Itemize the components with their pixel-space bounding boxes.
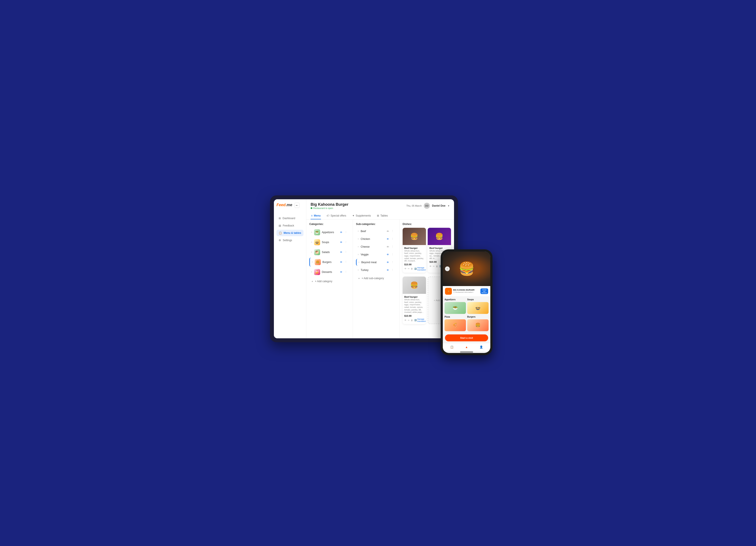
visibility-icon[interactable]: 👁 [339,270,343,274]
visibility-icon[interactable]: 👁 [339,260,343,264]
tab-special-offers[interactable]: 🏷 Special offers [326,213,347,219]
visibility-icon[interactable]: 👁 [339,240,343,244]
sidebar-item-feedback[interactable]: ▤ Feedback [276,223,303,229]
subcategory-beyond-meat[interactable]: ≡ Beyond meat 👁 ⋮ [356,259,396,266]
dish-description: Whole wheat bun, beef, onion, parsley, e… [404,250,424,262]
visibility-icon[interactable]: 👁 [339,231,343,234]
more-icon[interactable]: ⋮ [391,229,395,233]
subcategory-beef[interactable]: ≡ Beef 👁 ⋮ [356,228,396,235]
tablet-device: Feed.me ← ⊞ Dashboard ▤ Feedback 📋 Menu … [270,196,458,342]
visibility-icon[interactable]: 👁 [429,264,432,268]
categories-header: Categories: [309,223,350,226]
scene: Feed.me ← ⊞ Dashboard ▤ Feedback 📋 Menu … [270,196,486,351]
category-burgers[interactable]: ≡ 🍔 Burgers 👁 ⋮ [309,258,350,267]
tab-bar: ≡ Menu 🏷 Special offers ✦ Supplements [311,212,450,219]
translate-icon: 🔤 [414,319,417,321]
delete-icon[interactable]: 🗑 [436,264,438,268]
visibility-hidden-icon[interactable]: 👁 [386,245,390,249]
phone-categories-row-1: Appetizers 🥗 Soups 🍲 [445,298,489,314]
back-button[interactable]: ← [294,203,300,208]
phone-cat-image: 🥗 [445,302,466,314]
delete-icon[interactable]: 🗑 [411,267,413,271]
subcategory-chicken[interactable]: ≡ Chicken 👁 ⋮ [356,236,396,243]
category-actions: 👁 ⋮ [339,260,348,264]
start-visit-button[interactable]: Start a visit [445,334,488,341]
tab-tables[interactable]: ⊞ Tables [376,213,388,219]
tab-menu[interactable]: ≡ Menu [311,213,321,219]
burger-emoji: 🍔 [459,261,475,276]
translate-icon: 🔤 [414,268,417,270]
dish-name: Beef burger [404,295,424,298]
add-subcategory-button[interactable]: ＋ + Add sub-category [356,275,396,282]
more-icon[interactable]: ⋮ [344,240,348,244]
visibility-icon[interactable]: 👁 [386,253,390,257]
subcategory-turkey[interactable]: ≡ Turkey 👁 ⋮ [356,267,396,273]
visibility-icon[interactable]: 👁 [386,268,390,272]
category-appetizers[interactable]: ≡ 🥗 Appetizers 👁 ⋮ [309,228,350,237]
app-logo: Feed.me [276,203,292,207]
phone-device: 9:41 ▐▐▐ ▿ ▭ 🍔 ‹ 🍔 BIG KAH [441,250,492,355]
rating-badge: ★ 4.0 234 Reviews [480,288,488,294]
more-icon[interactable]: ⋮ [391,245,395,249]
edit-icon[interactable]: ✏ [408,318,410,322]
manage-translation-button[interactable]: 🔤 Manage translation [414,318,426,322]
edit-icon[interactable]: ✏ [408,267,410,271]
more-icon[interactable]: ⋮ [344,231,348,234]
delete-icon[interactable]: 🗑 [411,318,413,322]
more-icon[interactable]: ⋮ [391,237,395,241]
category-desserts[interactable]: ≡ 🍰 Desserts 👁 ⋮ [309,268,350,276]
category-salads[interactable]: ≡ 🥙 Salads 👁 ⋮ [309,248,350,257]
category-soups[interactable]: ≡ 🍲 Soups 👁 ⋮ [309,238,350,247]
plus-icon: ＋ [311,279,314,283]
visibility-icon[interactable]: 👁 [339,250,343,254]
status-text: Restaurant is open [313,207,333,210]
visibility-icon[interactable]: 👁 [404,267,407,271]
more-icon[interactable]: ⋮ [344,250,348,254]
more-icon[interactable]: ⋮ [344,270,348,274]
edit-icon[interactable]: ✏ [433,264,435,268]
tab-supplements[interactable]: ✦ Supplements [352,213,371,219]
phone-cat-appetizers[interactable]: Appetizers 🥗 [445,298,466,314]
category-actions: 👁 ⋮ [339,250,348,254]
restaurant-info-link[interactable]: ⓘ Restaurant information › [453,291,475,293]
manage-translation-button[interactable]: 🔤 Manage translation [414,267,426,271]
phone-cat-soups[interactable]: Soups 🍲 [467,298,489,314]
phone-cat-pizza[interactable]: Pizza 🍕 [445,315,466,331]
menu-tables-icon: 📋 [279,232,282,235]
chevron-down-icon[interactable]: ▼ [448,205,450,207]
add-category-button[interactable]: ＋ + Add category [309,278,350,285]
dish-info: Beef burger Whole wheat bun, beef, onion… [403,245,426,273]
more-icon[interactable]: ⋮ [391,253,395,257]
visibility-icon[interactable]: 👁 [404,318,407,322]
more-icon[interactable]: ⋮ [391,261,395,264]
sidebar-item-dashboard[interactable]: ⊞ Dashboard [276,215,303,222]
dish-card: 🍔 Beef burger Whole wheat bun, beef, oni… [403,276,426,324]
phone-nav-profile-icon[interactable]: 👤 [479,345,483,349]
category-name: Soups [322,241,338,244]
dish-description: Whole wheat bun, beef, onion, parsley, e… [404,298,424,314]
dishes-header: Dishes: [403,223,451,226]
phone-nav-home-icon[interactable]: ▲ [464,345,469,349]
sidebar-item-label: Settings [283,239,292,242]
more-icon[interactable]: ⋮ [344,260,348,264]
phone-nav-menu-icon[interactable]: 📋 [450,345,454,349]
sidebar-item-settings[interactable]: ⚙ Settings [276,237,303,244]
visibility-icon[interactable]: 👁 [386,261,390,264]
drag-handle-icon: ≡ [312,261,313,263]
sidebar-item-label: Dashboard [283,217,295,220]
visibility-hidden-icon[interactable]: 👁 [386,229,390,233]
category-image: 🥙 [314,249,320,255]
hero-burger-image: 🍔 [443,252,490,286]
subcategory-cheese[interactable]: ≡ Cheese 👁 ⋮ [356,243,396,250]
drag-handle-icon: ≡ [358,269,359,271]
restaurant-logo: 🍔 [445,288,452,295]
restaurant-info: Big Kahoona Burger Restaurant is open [311,202,348,210]
phone-back-button[interactable]: ‹ [445,267,450,271]
phone-cat-burgers[interactable]: Burgers 🍔 [467,315,489,331]
subcategory-veggie[interactable]: ≡ Veggie 👁 ⋮ [356,251,396,258]
more-icon[interactable]: ⋮ [391,268,395,272]
categories-column: Categories: ≡ 🥗 Appetizers 👁 ⋮ ≡ [306,220,353,338]
visibility-icon[interactable]: 👁 [386,237,390,241]
subcategories-header: Sub-categories: [356,223,396,226]
sidebar-item-menu-tables[interactable]: 📋 Menu & tables [276,230,303,236]
